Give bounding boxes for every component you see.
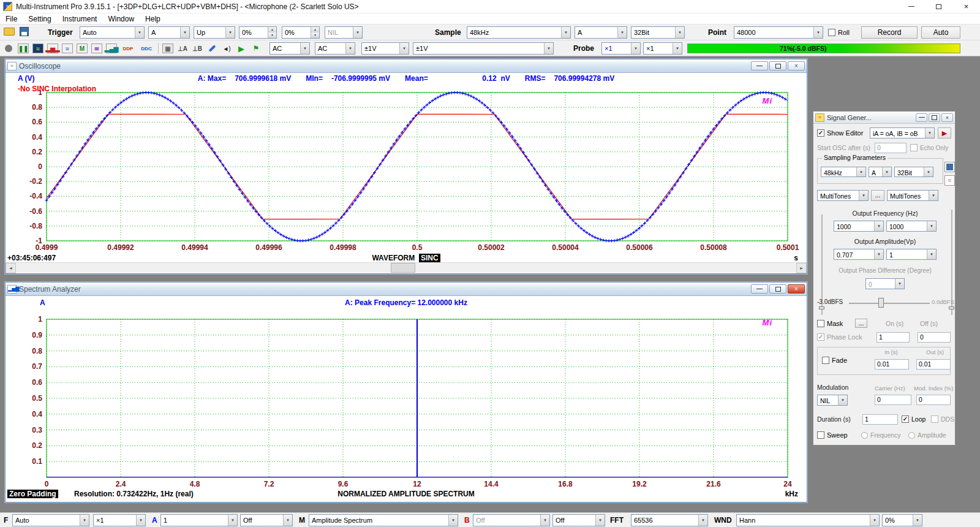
close-button[interactable]: × [788, 61, 805, 70]
phase-lock-a-field[interactable]: 1 [876, 332, 910, 343]
device-test-plan-icon[interactable]: ▦ [162, 42, 174, 55]
marker-b-icon[interactable]: ⊥B [191, 42, 203, 55]
fade-out-field[interactable]: 0.01 [916, 359, 951, 370]
open-file-icon[interactable] [4, 28, 15, 36]
sampling-rate-select[interactable]: 48kHz▼ [467, 26, 571, 39]
minimize-button[interactable] [897, 0, 925, 13]
signal-generator-view-icon[interactable]: ≈ [61, 42, 74, 55]
gen-sampling-bits-select[interactable]: 32Bit▼ [894, 167, 933, 177]
trigger-delay-spinner[interactable]: 0%▲▼ [282, 26, 320, 39]
data-logger-view-icon[interactable]: ▂▄▆ [105, 42, 118, 55]
oscilloscope-titlebar[interactable]: ≈ Oscilloscope × [6, 59, 807, 73]
fft-size-select[interactable]: 65536▼ [631, 514, 708, 526]
sweep-amplitude-radio[interactable]: Amplitude [908, 431, 946, 439]
trigger-level-spinner[interactable]: 0%▲▼ [239, 26, 277, 39]
record-length-select[interactable]: 48000▼ [734, 26, 823, 39]
scroll-track[interactable] [16, 263, 796, 273]
play-icon[interactable]: ▶ [235, 42, 247, 55]
overlap-select[interactable]: 0%▼ [882, 514, 922, 526]
freq-multiplier-select[interactable]: ×1▼ [93, 514, 146, 526]
mask-editor-button[interactable]: ... [855, 319, 867, 328]
phase-lock-checkbox[interactable]: Phase Lock [817, 333, 862, 341]
save-settings-icon[interactable] [944, 162, 955, 172]
duration-field[interactable]: 1 [862, 414, 898, 425]
restore-button[interactable] [769, 284, 786, 294]
coupling-b-select[interactable]: AC▼ [315, 42, 355, 55]
spectrum-titlebar[interactable]: ▂▅▇ Spectrum Analyzer × [6, 282, 807, 296]
record-button[interactable]: Record [861, 26, 918, 39]
gen-sampling-channel-select[interactable]: A▼ [869, 167, 892, 177]
run-flag-icon[interactable]: ⚑ [250, 42, 262, 55]
menu-help[interactable]: Help [140, 14, 166, 24]
minimize-button[interactable] [751, 61, 768, 70]
carrier-field[interactable]: 0 [875, 395, 911, 405]
b-gain-select[interactable]: Off▼ [473, 514, 550, 526]
sinc-badge[interactable]: SINC [419, 254, 440, 262]
fade-in-field[interactable]: 0.01 [875, 359, 909, 370]
amplitude-b-select[interactable]: 1▼ [886, 249, 937, 260]
frequency-a-select[interactable]: 1000▼ [834, 221, 884, 232]
probe-a-select[interactable]: ×1▼ [601, 42, 641, 55]
probe-b-select[interactable]: ×1▼ [643, 42, 682, 55]
freq-display-mode-select[interactable]: Auto▼ [12, 514, 89, 526]
spin-up-icon[interactable]: ▲ [311, 27, 319, 32]
spin-up-icon[interactable]: ▲ [268, 27, 276, 32]
spin-down-icon[interactable]: ▼ [268, 32, 276, 38]
restore-button[interactable] [769, 61, 786, 70]
a-gain-select[interactable]: 1▼ [160, 514, 238, 526]
trigger-mode-select[interactable]: Auto▼ [80, 26, 145, 39]
menu-file[interactable]: File [0, 14, 23, 24]
window-function-select[interactable]: Hann▼ [736, 514, 880, 526]
menu-setting[interactable]: Setting [23, 14, 56, 24]
trigger-source-select[interactable]: A▼ [148, 26, 190, 39]
record-dot-icon[interactable] [2, 42, 15, 55]
amplitude-a-select[interactable]: 0.707▼ [834, 249, 884, 260]
output-level-slider[interactable] [849, 303, 930, 304]
minimize-button[interactable] [916, 113, 927, 122]
modulation-type-select[interactable]: NIL▼ [817, 395, 848, 406]
echo-only-checkbox[interactable]: Echo Only [910, 144, 948, 151]
scroll-left-icon[interactable]: ◄ [6, 263, 16, 273]
loop-checkbox[interactable]: Loop [902, 415, 925, 423]
show-editor-checkbox[interactable]: Show Editor [817, 129, 863, 137]
coupling-a-select[interactable]: AC▼ [270, 42, 310, 55]
close-button[interactable]: × [952, 0, 980, 13]
spectrum-3d-view-icon[interactable]: ≋ [91, 42, 103, 55]
start-osc-field[interactable]: 0 [875, 143, 907, 153]
scroll-thumb[interactable] [391, 263, 415, 273]
calibration-wrench-icon[interactable] [206, 42, 218, 55]
b-processing-select[interactable]: Off▼ [552, 514, 605, 526]
signal-generator-titlebar[interactable]: ≈ Signal Gener... × [813, 112, 955, 124]
multimeter-view-icon[interactable]: M [76, 42, 88, 55]
close-button[interactable]: × [941, 113, 953, 122]
titlebar[interactable]: ≈ Multi-Instrument Pro 3.9.15.1 - [+3DP+… [0, 0, 980, 13]
spin-down-icon[interactable]: ▼ [311, 32, 319, 38]
restore-button[interactable] [929, 113, 940, 122]
waveform-b-select[interactable]: MultiTones▼ [887, 190, 938, 201]
roll-checkbox[interactable]: Roll [828, 29, 850, 36]
phase-difference-select[interactable]: 0▼ [865, 278, 905, 289]
hold-icon[interactable]: ❚❚ [17, 42, 29, 55]
frequency-b-select[interactable]: 1000▼ [886, 221, 937, 232]
ddp-icon[interactable]: DDP [120, 42, 136, 55]
mask-checkbox[interactable]: Mask [817, 320, 843, 327]
scroll-right-icon[interactable]: ► [796, 263, 807, 273]
minimize-button[interactable] [751, 284, 768, 294]
waveform-library-icon[interactable]: ≈ [944, 175, 955, 186]
sampling-channel-select[interactable]: A▼ [575, 26, 627, 39]
close-button[interactable]: × [788, 284, 805, 294]
auto-scale-button[interactable]: Auto [921, 26, 960, 39]
routing-select[interactable]: iA = oA, iB = oB▼ [870, 127, 935, 138]
generator-play-button[interactable]: ▶ [938, 127, 951, 138]
menu-window[interactable]: Window [102, 14, 140, 24]
mod-index-field[interactable]: 0 [916, 395, 951, 405]
slider-handle[interactable] [949, 306, 954, 309]
oscilloscope-hscrollbar[interactable]: ◄ ► [6, 262, 807, 273]
menu-instrument[interactable]: Instrument [57, 14, 103, 24]
range-a-select[interactable]: ±1V▼ [361, 42, 409, 55]
sampling-bits-select[interactable]: 32Bit▼ [631, 26, 685, 39]
waveform-a-select[interactable]: MultiTones▼ [817, 190, 869, 201]
output-level-slider-handle[interactable] [878, 298, 884, 308]
phase-lock-b-field[interactable]: 0 [918, 332, 951, 343]
fade-checkbox[interactable]: Fade [822, 357, 847, 364]
